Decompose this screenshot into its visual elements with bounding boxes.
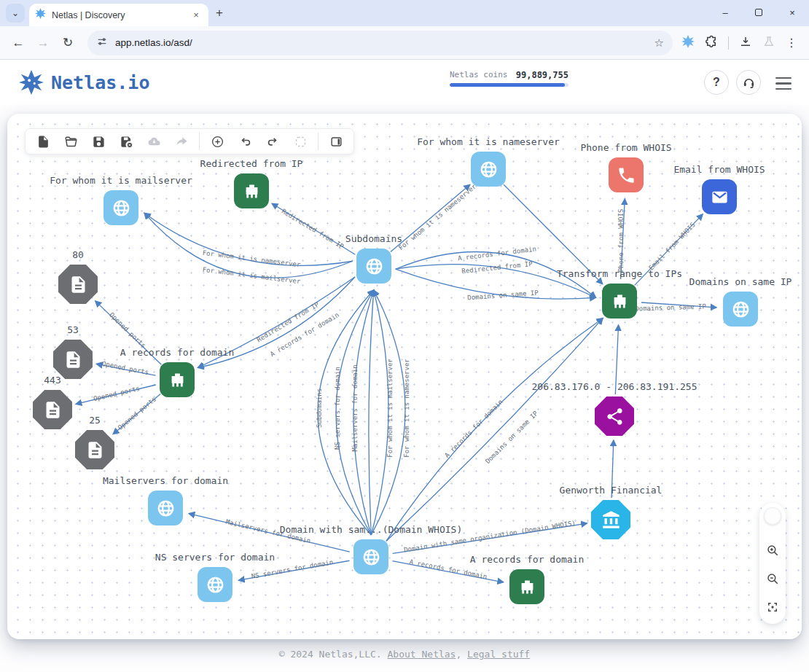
edge-label: Phone from WHOIS: [617, 209, 625, 273]
toggle-panel-button[interactable]: [323, 130, 349, 152]
edge-dom-xform[interactable]: [386, 319, 603, 542]
netlas-extension-icon[interactable]: [681, 35, 695, 51]
node-label-nss: NS servers for domain: [155, 552, 275, 563]
extensions-puzzle-icon[interactable]: [705, 35, 718, 51]
bookmark-star-icon[interactable]: ☆: [654, 36, 664, 50]
zoom-out-button[interactable]: [762, 568, 783, 590]
node-label-p443: 443: [44, 375, 60, 386]
node-p53[interactable]: [53, 340, 93, 379]
node-mails[interactable]: [148, 491, 183, 526]
edge-dom-sub[interactable]: [369, 290, 374, 535]
coins-progress-fill: [450, 83, 565, 87]
globe-icon: [206, 575, 225, 595]
node-label-sameip: Domains on same IP: [689, 276, 792, 287]
node-label-dom: Domain with sam...(Domain WHOIS): [280, 524, 462, 535]
url-text[interactable]: app.netlas.io/asd/: [115, 37, 647, 48]
share-icon: [605, 407, 625, 426]
document-icon: [63, 350, 83, 370]
coins-widget: Netlas coins 99,889,755: [450, 70, 568, 87]
node-mail[interactable]: [103, 190, 138, 225]
labs-icon[interactable]: [762, 35, 775, 51]
ethernet-icon: [242, 181, 262, 201]
chrome-menu-icon[interactable]: ⋮: [786, 36, 797, 50]
cloud-upload-button[interactable]: [141, 130, 167, 152]
node-nss[interactable]: [198, 567, 232, 602]
close-window-button[interactable]: ×: [775, 0, 809, 26]
save-as-button[interactable]: [113, 130, 139, 152]
node-arec[interactable]: [160, 362, 195, 397]
reload-button[interactable]: ↻: [57, 32, 79, 54]
open-file-button[interactable]: [58, 130, 84, 152]
node-p80[interactable]: [58, 265, 98, 304]
toolbar-separator: [318, 133, 318, 150]
copyright-text: © 2024 Netlas,LLC.: [279, 649, 382, 660]
node-ns[interactable]: [471, 152, 506, 187]
node-arec2[interactable]: [509, 569, 544, 604]
undo-button[interactable]: [232, 130, 258, 152]
globe-icon: [112, 198, 131, 218]
node-redir[interactable]: [234, 173, 269, 208]
netlas-favicon: [35, 8, 46, 22]
minimap-toggle[interactable]: [764, 507, 781, 525]
node-label-arec2: A records for domain: [470, 554, 585, 565]
tab-title: Netlas | Discovery: [52, 10, 184, 20]
node-label-mail: For whom it is mailserver: [50, 175, 192, 186]
legal-link[interactable]: Legal stuff: [467, 649, 530, 660]
forward-button[interactable]: →: [32, 32, 54, 54]
node-label-p25: 25: [89, 415, 101, 426]
new-tab-button[interactable]: +: [216, 6, 223, 20]
email-icon: [710, 187, 730, 207]
globe-icon: [479, 160, 499, 179]
browser-tab[interactable]: Netlas | Discovery ×: [29, 4, 208, 26]
globe-icon: [156, 499, 176, 518]
downloads-icon[interactable]: [739, 35, 752, 51]
select-area-button[interactable]: [287, 130, 313, 152]
graph-toolbar: [25, 128, 354, 155]
about-link[interactable]: About Netlas: [388, 649, 456, 660]
browser-navbar: ← → ↻ app.netlas.io/asd/ ☆ ⋮: [0, 26, 809, 60]
edge-label: NS servers for domain: [334, 367, 341, 450]
zoom-panel: [759, 503, 786, 624]
document-icon: [69, 275, 88, 294]
site-settings-icon[interactable]: [96, 36, 108, 50]
node-label-p53: 53: [67, 324, 79, 335]
back-button[interactable]: ←: [7, 32, 29, 54]
edge-label: Mailservers for domain: [351, 364, 359, 451]
node-label-phone: Phone from WHOIS: [580, 142, 671, 153]
node-label-gen: Genworth Financial: [560, 485, 663, 496]
discovery-canvas[interactable]: SubdomainsNS servers for domainMailserve…: [7, 114, 802, 639]
edge-sub-mail[interactable]: [144, 213, 353, 278]
edge-dom-sub[interactable]: [318, 290, 374, 535]
node-label-range: 206.83.176.0 - 206.83.191.255: [532, 381, 697, 392]
node-phone[interactable]: [609, 157, 644, 192]
edge-dom-xform[interactable]: [386, 319, 603, 542]
new-file-button[interactable]: [30, 130, 56, 152]
node-xform[interactable]: [602, 284, 637, 319]
node-email[interactable]: [702, 179, 737, 214]
minimize-button[interactable]: –: [708, 0, 742, 26]
address-bar[interactable]: app.netlas.io/asd/ ☆: [87, 31, 673, 55]
node-label-redir: Redirected from IP: [200, 158, 303, 169]
netlas-logo[interactable]: Netlas.io: [19, 70, 149, 95]
save-button[interactable]: [85, 130, 112, 152]
ethernet-icon: [517, 577, 537, 597]
tab-close-icon[interactable]: ×: [189, 9, 203, 22]
node-sameip[interactable]: [723, 292, 758, 327]
document-icon: [43, 400, 63, 420]
page-footer: © 2024 Netlas,LLC. About Netlas, Legal s…: [0, 649, 809, 660]
help-button[interactable]: ?: [704, 70, 729, 95]
node-label-mails: Mailservers for domain: [103, 475, 228, 486]
zoom-in-button[interactable]: [762, 539, 783, 561]
support-button[interactable]: [736, 70, 761, 95]
document-icon: [85, 440, 105, 460]
maximize-button[interactable]: [742, 0, 775, 26]
node-dom[interactable]: [353, 539, 388, 574]
redo-button[interactable]: [259, 130, 286, 152]
fit-view-button[interactable]: [762, 596, 783, 618]
tab-search-button[interactable]: ⌄: [6, 4, 25, 23]
globe-icon: [731, 300, 751, 319]
node-sub[interactable]: [356, 249, 391, 284]
share-button[interactable]: [168, 130, 195, 152]
main-menu-icon[interactable]: [775, 77, 792, 90]
add-node-button[interactable]: [204, 130, 230, 152]
